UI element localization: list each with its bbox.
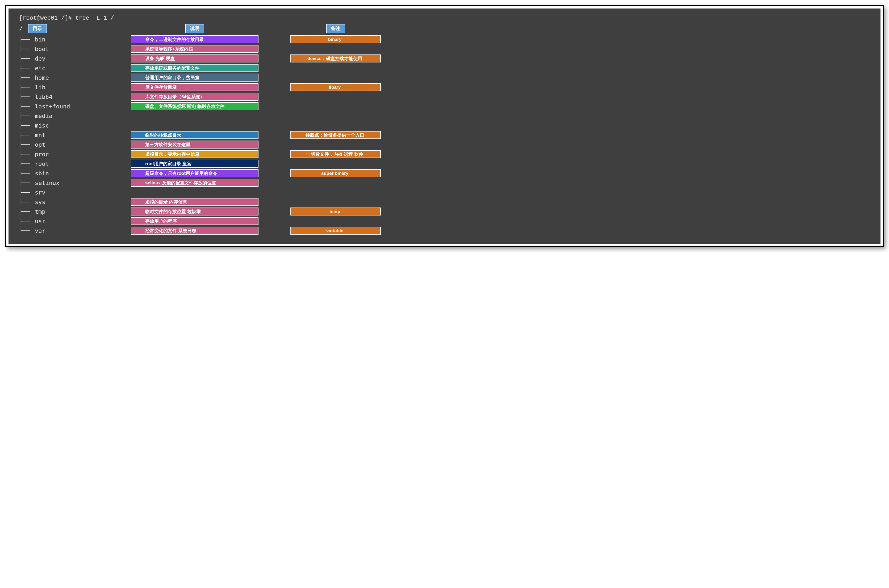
note-cell: super binary (290, 169, 381, 177)
desc-cell: 存放系统或服务的配置文件 (131, 64, 259, 72)
dir-cell: ├── home (19, 74, 99, 82)
dir-name: mnt (35, 131, 45, 140)
header-dir-cell: / 目录 (19, 24, 99, 33)
tree-branch-icon: ├── (19, 150, 33, 159)
desc-cell: 虚拟目录，显示内存中信息 (131, 150, 259, 158)
tree-row: └── var经常变化的文件 系统日志variable (19, 226, 870, 235)
dir-cell: ├── lib (19, 83, 99, 92)
tree-row: ├── boot系统引导程序+系统内核 (19, 44, 870, 53)
dir-name: lib64 (35, 93, 53, 101)
dir-cell: ├── usr (19, 217, 99, 226)
tree-branch-icon: ├── (19, 54, 33, 63)
desc-cell: 经常变化的文件 系统日志 (131, 226, 259, 235)
tree-row: ├── rootroot用户的家目录 皇宫 (19, 159, 870, 168)
dir-name: sys (35, 198, 45, 207)
tree-row: ├── opt第三方软件安装在这里 (19, 140, 870, 149)
tree-row: ├── sbin超级命令，只有root用户能用的命令super binary (19, 169, 870, 178)
note-cell: libary (290, 83, 381, 91)
desc-cell: root用户的家目录 皇宫 (131, 160, 259, 168)
dir-name: dev (35, 54, 45, 63)
desc-cell: 库文件存放目录（64位系统） (131, 93, 259, 101)
dir-name: root (35, 159, 49, 168)
tree-row: ├── proc虚拟目录，显示内存中信息一切皆文件，内核 进程 软件 (19, 150, 870, 159)
tree-row: ├── tmp临时文件的存放位置 垃圾堆temp (19, 207, 870, 216)
header-row: / 目录 说明 备注 (19, 24, 870, 33)
tree-branch-icon: ├── (19, 74, 33, 82)
dir-cell: ├── opt (19, 140, 99, 149)
tree-branch-icon: ├── (19, 198, 33, 207)
tree-branch-icon: ├── (19, 102, 33, 111)
tree-row: ├── selinuxselinux 及他的配置文件存放的位置 (19, 178, 870, 188)
desc-cell: 系统引导程序+系统内核 (131, 45, 259, 53)
tree-branch-icon: ├── (19, 188, 33, 197)
tree-branch-icon: └── (19, 226, 33, 235)
desc-cell: 临时的挂载点目录 (131, 131, 259, 139)
desc-cell: 设备 光驱 硬盘 (131, 54, 259, 63)
tree-branch-icon: ├── (19, 112, 33, 120)
desc-cell: 普通用户的家目录，贫民窟 (131, 74, 259, 82)
dir-cell: ├── lib64 (19, 93, 99, 101)
dir-name: etc (35, 64, 45, 72)
dir-name: opt (35, 140, 45, 149)
dir-name: lost+found (35, 102, 70, 111)
dir-name: var (35, 226, 45, 235)
dir-cell: ├── lost+found (19, 102, 99, 111)
dir-cell: ├── bin (19, 35, 99, 44)
desc-cell: 超级命令，只有root用户能用的命令 (131, 169, 259, 177)
tree-branch-icon: ├── (19, 169, 33, 178)
dir-name: tmp (35, 207, 45, 216)
tree-branch-icon: ├── (19, 159, 33, 168)
desc-cell: 存放用户的程序 (131, 217, 259, 225)
shell-prompt: [root@web01 /]# tree -L 1 / (19, 14, 870, 22)
dir-cell: ├── selinux (19, 178, 99, 188)
dir-name: bin (35, 35, 45, 44)
dir-name: sbin (35, 169, 49, 178)
dir-name: srv (35, 188, 45, 197)
dir-cell: ├── tmp (19, 207, 99, 216)
dir-cell: ├── misc (19, 121, 99, 130)
header-note-cell: 备注 (326, 24, 345, 33)
tree-row: ├── bin命令，二进制文件的存放目录binary (19, 35, 870, 44)
header-desc-tag: 说明 (185, 24, 204, 33)
tree-row: ├── sys虚拟的目录 内存信息 (19, 197, 870, 207)
tree-branch-icon: ├── (19, 217, 33, 226)
dir-name: misc (35, 121, 49, 130)
note-cell: 一切皆文件，内核 进程 软件 (290, 150, 381, 158)
dir-cell: ├── root (19, 159, 99, 168)
tree-branch-icon: ├── (19, 45, 33, 53)
dir-cell: ├── etc (19, 64, 99, 72)
tree-branch-icon: ├── (19, 93, 33, 101)
note-cell: temp (290, 207, 381, 216)
tree-row: ├── lib64库文件存放目录（64位系统） (19, 92, 870, 101)
tree-branch-icon: ├── (19, 140, 33, 149)
dir-cell: ├── sbin (19, 169, 99, 178)
tree-branch-icon: ├── (19, 35, 33, 44)
dir-cell: ├── srv (19, 188, 99, 197)
header-note-tag: 备注 (326, 24, 345, 33)
tree-branch-icon: ├── (19, 83, 33, 92)
tree-branch-icon: ├── (19, 121, 33, 130)
dir-name: home (35, 74, 49, 82)
dir-cell: ├── proc (19, 150, 99, 159)
tree-row: ├── etc存放系统或服务的配置文件 (19, 63, 870, 72)
terminal-panel: [root@web01 /]# tree -L 1 / / 目录 说明 备注 ├… (9, 9, 880, 244)
desc-cell: 库文件存放目录 (131, 83, 259, 91)
dir-cell: └── var (19, 226, 99, 235)
dir-cell: ├── media (19, 112, 99, 120)
tree-rows-container: ├── bin命令，二进制文件的存放目录binary├── boot系统引导程序… (19, 35, 870, 235)
desc-cell: 第三方软件安装在这里 (131, 141, 259, 148)
tree-row: ├── misc (19, 121, 870, 130)
tree-row: ├── mnt临时的挂载点目录挂载点：给设备提供一个入口 (19, 130, 870, 140)
tree-row: ├── srv (19, 188, 870, 197)
root-slash: / (19, 24, 23, 33)
tree-row: ├── media (19, 111, 870, 120)
tree-branch-icon: ├── (19, 178, 33, 188)
dir-name: proc (35, 150, 49, 159)
dir-name: lib (35, 83, 45, 92)
tree-row: ├── lost+found磁盘、文件系统损坏 断电 临时存放文件 (19, 102, 870, 111)
note-cell: variable (290, 226, 381, 235)
header-desc-cell: 说明 (185, 24, 204, 33)
desc-cell: 命令，二进制文件的存放目录 (131, 35, 259, 43)
note-cell: 挂载点：给设备提供一个入口 (290, 131, 381, 139)
note-cell: device：磁盘挂载才能使用 (290, 54, 381, 63)
